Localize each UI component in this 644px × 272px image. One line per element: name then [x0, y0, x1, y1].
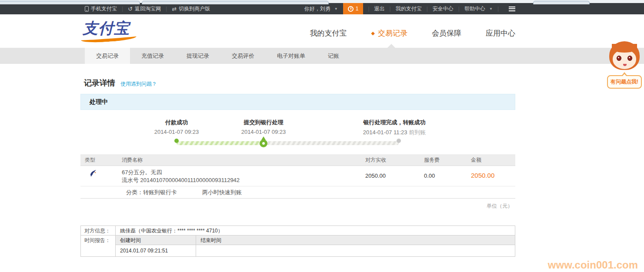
separator: |: [427, 6, 428, 12]
nav-my-alipay[interactable]: 我的支付宝: [310, 28, 347, 38]
help-center-menu[interactable]: 帮助中心 ▼: [464, 5, 493, 13]
ended-time-value: [196, 245, 515, 256]
timeline-progress-pending: [264, 141, 399, 145]
alipay-logo[interactable]: 支付宝: [83, 18, 141, 44]
mascot-bangs: [612, 44, 637, 53]
col-received: 对方实收: [365, 156, 424, 164]
nav-member-protection[interactable]: 会员保障: [432, 28, 461, 38]
service-fee-value: 0.00: [424, 169, 463, 184]
transaction-name: 67分五分。无四: [122, 169, 365, 176]
time-report-rows: 时间报告： 创建时间 结束时间 2014.01.07 09:21:51: [81, 236, 515, 256]
mascot-eye: [617, 56, 621, 61]
my-alipay-label: 我的支付宝: [396, 5, 422, 13]
counterparty-row: 对方信息： 姚佳磊（中国农业银行：**** **** **** 4710）: [81, 226, 515, 236]
subtab-withdraw-records[interactable]: 提现记录: [175, 48, 220, 64]
step-time-suffix: 前到账: [409, 129, 426, 136]
security-center-label: 安全中心: [433, 5, 454, 13]
notification-badge[interactable]: 1: [343, 3, 364, 14]
switch-merchant-link[interactable]: ⇄ 切换到商户版: [172, 5, 210, 13]
title-row: 记录详情 使用遇到问题？: [80, 78, 515, 88]
table-row: 67分五分。无四 流水号 201401070000400111000000931…: [80, 166, 515, 186]
created-time-value: 2014.01.07 09:21:51: [116, 245, 196, 256]
top-utility-bar: 手机支付宝 | ↺ 返回淘宝网 | ⇄ 切换到商户版 你好，刘勇 ▼ 1 | 退…: [0, 3, 644, 14]
table-header-row: 类型 消费名称 对方实收 服务费 金额: [80, 154, 515, 166]
alarm-clock-icon: [348, 6, 354, 12]
switch-merchant-label: 切换到商户版: [179, 5, 210, 13]
browser-tab[interactable]: [533, 1, 590, 4]
subtab-transaction-records[interactable]: 交易记录: [85, 48, 130, 64]
separator: |: [458, 6, 460, 12]
separator: |: [122, 6, 123, 12]
step-time: 2014-01-07 09:23: [241, 129, 286, 135]
security-center-link[interactable]: 安全中心: [433, 5, 454, 13]
help-question-link[interactable]: 使用遇到问题？: [120, 80, 157, 88]
sub-nav: 交易记录 充值记录 提现记录 交易评价 电子对账单 记账: [0, 48, 644, 64]
step-time: 2014-01-07 09:23: [154, 129, 199, 135]
user-greeting: 你好，刘勇: [304, 5, 330, 13]
phone-icon: [85, 6, 89, 12]
nav-transaction-records-label: 交易记录: [378, 29, 407, 37]
subtab-e-statement[interactable]: 电子对账单: [266, 48, 317, 64]
help-bubble[interactable]: 有问题点我!: [607, 75, 642, 89]
col-type: 类型: [80, 156, 122, 164]
timeline-marker-pending-icon: [397, 139, 401, 143]
step-time: 2014-01-07 11:23 前到账: [363, 129, 426, 136]
created-time-header: 创建时间: [116, 236, 196, 245]
mobile-alipay-link[interactable]: 手机支付宝: [85, 5, 117, 13]
amount-value: 2050.00: [463, 169, 515, 184]
main-nav: 我的支付宝 ◆交易记录 会员保障 应用中心: [286, 28, 515, 38]
time-header-row: 创建时间 结束时间: [116, 236, 515, 245]
sitemap-list-icon[interactable]: [509, 7, 515, 11]
nav-transaction-records[interactable]: ◆交易记录: [371, 28, 407, 38]
browser-tab[interactable]: [0, 1, 140, 4]
transaction-table: 类型 消费名称 对方实收 服务费 金额 67分五分。无四 流水号 2014010…: [80, 154, 515, 210]
active-diamond-icon: ◆: [371, 30, 375, 36]
step-title: 付款成功: [154, 119, 199, 126]
switch-icon: ⇄: [172, 6, 177, 12]
chevron-down-icon: ▼: [334, 7, 338, 11]
return-icon: ↺: [128, 6, 133, 12]
page-title: 记录详情: [84, 78, 115, 88]
time-report-label: 时间报告：: [81, 236, 116, 256]
browser-tab-strip: [0, 0, 644, 3]
logout-label: 退出: [374, 5, 385, 13]
logout-link[interactable]: 退出: [374, 5, 385, 13]
col-fee: 服务费: [424, 156, 463, 164]
browser-tab[interactable]: [142, 1, 329, 4]
transfer-bird-icon: [88, 169, 98, 178]
topbar-right: 你好，刘勇 ▼ 1 | 退出 | 我的支付宝 | 安全中心 | 帮助中心 ▼ |: [304, 3, 515, 14]
subtab-recharge-records[interactable]: 充值记录: [130, 48, 175, 64]
main-content: 记录详情 使用遇到问题？ 处理中 付款成功 2014-01-07 09:23 提…: [80, 78, 515, 272]
subtab-bookkeeping[interactable]: 记账: [317, 48, 350, 64]
step-title: 银行处理完成，转账成功: [363, 119, 426, 126]
nav-app-center[interactable]: 应用中心: [486, 28, 515, 38]
my-alipay-link[interactable]: 我的支付宝: [396, 5, 422, 13]
ended-time-header: 结束时间: [196, 236, 515, 245]
timeline-marker-current-icon: [260, 139, 267, 147]
help-mascot[interactable]: 有问题点我!: [607, 41, 642, 89]
status-text: 处理中: [90, 98, 108, 105]
notification-count: 1: [356, 6, 359, 12]
unit-note: 单位（元）: [80, 202, 515, 210]
counterparty-label: 对方信息：: [81, 226, 116, 235]
col-amount: 金额: [463, 156, 515, 164]
subtab-trade-reviews[interactable]: 交易评价: [220, 48, 266, 64]
separator: |: [390, 6, 391, 12]
separator: |: [497, 6, 499, 12]
user-greeting-menu[interactable]: 你好，刘勇 ▼: [304, 5, 338, 13]
mascot-face: [613, 50, 636, 69]
active-nav-notch: [387, 44, 395, 48]
transaction-serial: 流水号 20140107000040011100000093112942: [122, 176, 365, 184]
mobile-alipay-label: 手机支付宝: [91, 5, 117, 13]
back-to-taobao-link[interactable]: ↺ 返回淘宝网: [128, 5, 161, 13]
time-value-row: 2014.01.07 09:21:51: [116, 245, 515, 256]
mascot-eye: [627, 56, 632, 61]
mascot-girl-icon: [609, 41, 641, 72]
col-name: 消费名称: [122, 156, 365, 164]
category-label: 分类：转账到银行卡: [126, 186, 177, 198]
status-banner: 处理中: [80, 94, 515, 110]
timeline-marker-done-icon: [174, 139, 179, 143]
timeline-step-submitted: 提交到银行处理 2014-01-07 09:23: [241, 119, 286, 135]
category-row: 分类：转账到银行卡 两小时快速到账: [80, 186, 515, 199]
category-note: 两小时快速到账: [202, 186, 242, 198]
